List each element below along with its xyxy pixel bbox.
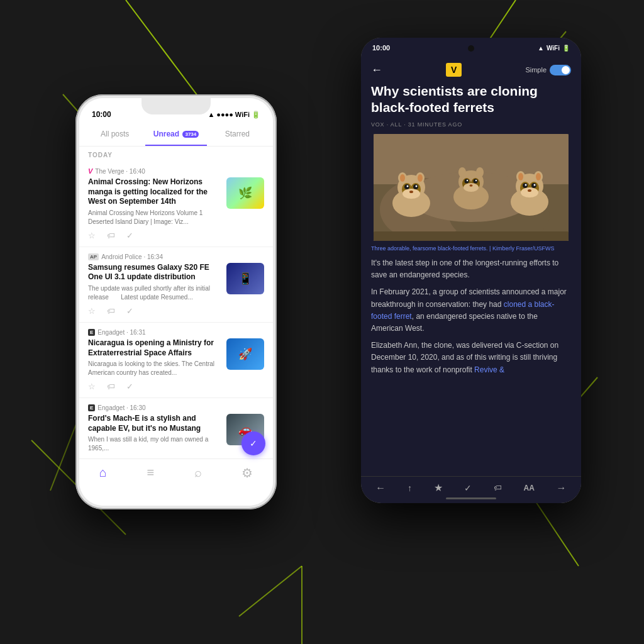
nav-settings-icon[interactable]: ⚙ — [242, 465, 253, 480]
article-thumbnail: 🌿 — [226, 177, 264, 209]
iphone-status-icons: ▲ ●●●● WiFi 🔋 — [208, 111, 260, 119]
android-nav-forward[interactable]: → — [557, 482, 567, 494]
engadget-icon: E — [88, 329, 95, 336]
article-thumbnail: 🚀 — [226, 338, 264, 370]
svg-point-50 — [534, 184, 536, 186]
tag-icon[interactable]: 🏷 — [107, 382, 115, 391]
android-home-indicator — [446, 497, 496, 499]
android-article-meta: VOX · ALL · 31 MINUTES AGO — [371, 121, 571, 128]
article-title: Samsung resumes Galaxy S20 FE One UI 3.1… — [88, 263, 221, 282]
camera-punch-hole — [468, 45, 474, 52]
verge-icon: V — [88, 167, 92, 175]
svg-point-49 — [525, 184, 527, 186]
article-actions: ☆ 🏷 ✓ — [88, 306, 264, 316]
article-thumbnail: 📱 — [226, 263, 264, 294]
svg-rect-56 — [374, 231, 569, 241]
svg-point-46 — [521, 187, 538, 197]
body-paragraph-1: It's the latest step in one of the longe… — [371, 257, 571, 281]
article-item[interactable]: V The Verge · 16:40 Animal Crossing: New… — [79, 161, 273, 247]
article-actions: ☆ 🏷 ✓ — [88, 382, 264, 391]
tab-unread[interactable]: Unread 3734 — [145, 123, 206, 146]
check-icon[interactable]: ✓ — [126, 231, 133, 240]
star-icon[interactable]: ☆ — [88, 382, 96, 391]
android-bottom-nav: ← ↑ ★ ✓ 🏷 AA → — [361, 476, 581, 503]
image-caption: Three adorable, fearsome black-footed fe… — [371, 245, 571, 253]
svg-point-25 — [409, 191, 413, 193]
android-nav-share[interactable]: ↑ — [408, 483, 412, 493]
iphone-notch — [142, 98, 211, 114]
article-source: E Engadget · 16:31 — [88, 329, 264, 336]
iphone-device: 10:00 ▲ ●●●● WiFi 🔋 All posts Unread 373… — [75, 94, 277, 509]
toggle-switch[interactable] — [550, 65, 571, 75]
android-nav-fontsize[interactable]: AA — [524, 484, 535, 492]
svg-point-23 — [407, 185, 409, 187]
svg-point-29 — [418, 174, 423, 182]
vox-logo: V — [446, 63, 462, 77]
svg-point-54 — [518, 173, 523, 180]
android-device: 10:00 ▲ WiFi 🔋 ← V Simple Why scientists… — [361, 38, 581, 503]
android-article-content: Why scientists are cloning black-footed … — [361, 83, 581, 376]
svg-point-20 — [402, 189, 420, 199]
android-nav-back[interactable]: ← — [375, 482, 386, 494]
tab-all-posts[interactable]: All posts — [84, 123, 145, 146]
nav-home-icon[interactable]: ⌂ — [99, 465, 107, 480]
article-source: V The Verge · 16:40 — [88, 167, 264, 175]
article-excerpt: Animal Crossing New Horizons Volume 1 De… — [88, 209, 221, 226]
article-source: AP Android Police · 16:34 — [88, 253, 264, 260]
tag-icon[interactable]: 🏷 — [107, 231, 115, 240]
article-excerpt: The update was pulled shortly after its … — [88, 284, 221, 302]
article-excerpt: Nicaragua is looking to the skies. The C… — [88, 360, 221, 377]
simple-toggle[interactable]: Simple — [525, 65, 571, 75]
tab-starred[interactable]: Starred — [207, 123, 268, 146]
android-article-image — [371, 134, 571, 241]
article-actions: ☆ 🏷 ✓ — [88, 231, 264, 240]
android-article-title: Why scientists are cloning black-footed … — [371, 83, 571, 116]
svg-point-35 — [465, 179, 469, 183]
svg-point-40 — [458, 167, 466, 177]
svg-point-55 — [536, 173, 541, 180]
unread-badge: 3734 — [182, 131, 199, 138]
article-title: Nicaragua is opening a Ministry for Extr… — [88, 338, 221, 358]
check-icon[interactable]: ✓ — [126, 382, 133, 391]
android-time: 10:00 — [372, 44, 390, 52]
nav-search-icon[interactable]: ⌕ — [194, 465, 202, 480]
body-paragraph-2: In February 2021, a group of scientists … — [371, 286, 571, 335]
android-nav-check[interactable]: ✓ — [464, 483, 472, 493]
svg-point-51 — [528, 189, 531, 192]
article-link[interactable]: cloned a black-footed ferret — [371, 300, 555, 321]
tag-icon[interactable]: 🏷 — [107, 306, 115, 316]
android-nav-star[interactable]: ★ — [434, 482, 443, 494]
ap-icon: AP — [88, 253, 99, 260]
svg-point-34 — [464, 183, 479, 192]
article-excerpt: When I was still a kid, my old man owned… — [88, 435, 221, 453]
article-source: E Engadget · 16:30 — [88, 404, 264, 411]
svg-point-24 — [416, 185, 418, 187]
back-button[interactable]: ← — [371, 64, 382, 77]
svg-point-39 — [470, 184, 473, 187]
nav-list-icon[interactable]: ≡ — [147, 465, 154, 480]
svg-point-38 — [475, 179, 477, 180]
article-item[interactable]: E Engadget · 16:31 Nicaragua is opening … — [79, 323, 273, 398]
fab-button[interactable]: ✓ — [242, 431, 265, 455]
svg-point-37 — [467, 179, 468, 180]
android-header: ← V Simple — [361, 58, 581, 83]
article-title: Ford's Mach-E is a stylish and capable E… — [88, 414, 221, 433]
article-title: Animal Crossing: New Horizons manga is g… — [88, 177, 221, 207]
star-icon[interactable]: ☆ — [88, 231, 96, 240]
engadget-icon: E — [88, 404, 95, 411]
svg-line-10 — [239, 566, 302, 616]
app-tabs: All posts Unread 3734 Starred — [79, 123, 273, 147]
check-icon[interactable]: ✓ — [126, 306, 133, 316]
svg-point-41 — [476, 167, 484, 177]
star-icon[interactable]: ☆ — [88, 306, 96, 316]
svg-point-36 — [474, 179, 478, 183]
iphone-time: 10:00 — [92, 110, 111, 119]
body-paragraph-3: Elizabeth Ann, the clone, was delivered … — [371, 340, 571, 376]
android-nav-tag[interactable]: 🏷 — [494, 483, 502, 492]
bottom-nav: ⌂ ≡ ⌕ ⚙ — [79, 458, 273, 506]
today-section-label: TODAY — [79, 147, 273, 161]
svg-point-28 — [400, 174, 405, 182]
android-status-icons: ▲ WiFi 🔋 — [538, 45, 570, 52]
article-item[interactable]: AP Android Police · 16:34 Samsung resume… — [79, 247, 273, 323]
